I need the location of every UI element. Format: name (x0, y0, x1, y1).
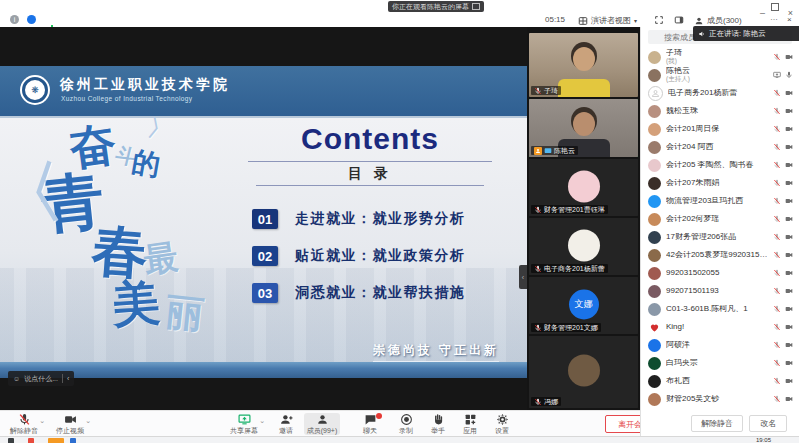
screen-icon[interactable] (773, 71, 781, 79)
mic-off-icon[interactable] (773, 161, 781, 169)
mic-off-icon[interactable] (773, 89, 781, 97)
mic-off-icon[interactable] (773, 53, 781, 61)
member-row[interactable]: 阿硕洋 (641, 336, 799, 354)
member-row[interactable]: 物流管理203旦玛扎西 (641, 192, 799, 210)
cam-icon[interactable] (785, 161, 793, 169)
cam-icon[interactable] (785, 269, 793, 277)
member-row[interactable]: 992031502055 (641, 264, 799, 282)
meeting-protect-icon[interactable] (27, 15, 36, 24)
chevron-up-icon[interactable]: ⌄ (259, 417, 265, 425)
member-row[interactable]: King! (641, 318, 799, 336)
collapse-pill-icon[interactable]: ‹ (67, 375, 69, 382)
member-row[interactable]: 白玛央宗 (641, 354, 799, 372)
mic-off-icon[interactable] (773, 287, 781, 295)
mic-off-icon[interactable] (773, 341, 781, 349)
video-tile[interactable]: 财务管理201曹钰琳 (529, 159, 638, 216)
side-panel-icon[interactable] (674, 15, 684, 25)
mic-off-icon[interactable] (773, 323, 781, 331)
cam-icon[interactable] (785, 323, 793, 331)
chevron-up-icon[interactable]: ⌄ (85, 417, 91, 425)
panel-unmute-button[interactable]: 解除静音 (691, 415, 743, 432)
maximize-button[interactable] (771, 3, 779, 11)
video-tile[interactable]: 子琦 (529, 33, 638, 97)
unpin-icon[interactable] (472, 3, 480, 10)
cam-icon[interactable] (785, 359, 793, 367)
cam-icon[interactable] (785, 305, 793, 313)
panel-more-button[interactable]: … (770, 13, 778, 22)
mic-off-icon[interactable] (773, 359, 781, 367)
member-row[interactable]: 会计207朱雨娟 (641, 174, 799, 192)
member-row[interactable]: 会计205 李陶然、陶书春 (641, 156, 799, 174)
cam-icon[interactable] (785, 395, 793, 403)
view-mode-selector[interactable]: 演讲者视图 ▾ (578, 15, 637, 26)
member-row[interactable]: 财管205吴文钞 (641, 390, 799, 408)
member-row[interactable]: 会计204 阿西 (641, 138, 799, 156)
taskbar-app-icon[interactable] (70, 438, 76, 443)
mic-off-icon[interactable] (773, 215, 781, 223)
mic-off-icon[interactable] (773, 143, 781, 151)
member-row[interactable]: 会计202何梦瑶 (641, 210, 799, 228)
mic-off-icon[interactable] (773, 377, 781, 385)
quick-chat-placeholder[interactable]: 说点什么... (24, 374, 58, 384)
toolbar-item[interactable]: 举手 (420, 413, 456, 435)
member-row[interactable]: C01-3-601B.陈柯凡、1 (641, 300, 799, 318)
toolbar-item[interactable]: 录制 (388, 413, 424, 435)
cam-icon[interactable] (785, 287, 793, 295)
emoji-icon[interactable]: ☺ (13, 375, 20, 382)
mic-off-icon[interactable] (773, 395, 781, 403)
meeting-info-icon[interactable]: i (10, 15, 19, 24)
member-row[interactable]: 布礼西 (641, 372, 799, 390)
cam-icon[interactable] (785, 107, 793, 115)
member-row[interactable]: 子琦 (我) (641, 48, 799, 66)
mic-off-icon[interactable] (773, 251, 781, 259)
cam-icon[interactable] (785, 143, 793, 151)
mic-off-icon[interactable] (773, 269, 781, 277)
members-count-header[interactable]: 成员(300) (694, 15, 742, 26)
video-tile[interactable]: 陈艳云 (529, 99, 638, 157)
cam-icon[interactable] (785, 251, 793, 259)
toolbar-item[interactable]: 邀请 (268, 413, 304, 435)
cam-icon[interactable] (785, 179, 793, 187)
quick-chat-pill[interactable]: ☺ 说点什么... ‹ (8, 371, 74, 386)
windows-taskbar[interactable]: 19:05 (0, 436, 799, 443)
fullscreen-icon[interactable] (654, 15, 664, 25)
taskbar-app-icon[interactable] (28, 438, 34, 443)
toolbar-item[interactable]: 共享屏幕 ⌄ (226, 413, 262, 435)
mic-off-icon[interactable] (773, 125, 781, 133)
cam-icon[interactable] (785, 215, 793, 223)
strip-collapse-handle[interactable]: ‹ (519, 265, 527, 289)
member-row[interactable]: 魏松玉珠 (641, 102, 799, 120)
toolbar-item[interactable]: 应用 (452, 413, 488, 435)
member-row[interactable]: 陈艳云 (主持人) (641, 66, 799, 84)
mic-off-icon[interactable] (773, 197, 781, 205)
panel-rename-button[interactable]: 改名 (749, 415, 787, 432)
toolbar-item[interactable]: 设置 (484, 413, 520, 435)
video-tile[interactable]: 电子商务201杨新蕾 (529, 218, 638, 275)
cam-icon[interactable] (785, 233, 793, 241)
member-row[interactable]: 17财务管理206张晶 (641, 228, 799, 246)
toolbar-item[interactable]: 成员(99+) (304, 413, 340, 435)
member-list[interactable]: 子琦 (我) 陈艳云 (主持人) 电子商务201杨新蕾 魏松玉珠 会计201周日… (641, 48, 799, 413)
member-row[interactable]: 电子商务201杨新蕾 (641, 84, 799, 102)
toolbar-item[interactable]: 停止视频 ⌄ (52, 413, 88, 435)
panel-close-button[interactable]: × (787, 15, 792, 24)
cam-icon[interactable] (785, 125, 793, 133)
mic-off-icon[interactable] (773, 179, 781, 187)
mic-icon[interactable] (785, 71, 793, 79)
mic-off-icon[interactable] (773, 233, 781, 241)
cam-icon[interactable] (785, 53, 793, 61)
cam-icon[interactable] (785, 89, 793, 97)
taskbar-app-icon[interactable] (8, 438, 14, 443)
cam-icon[interactable] (785, 377, 793, 385)
taskbar-app-icon[interactable] (48, 438, 64, 443)
cam-icon[interactable] (785, 341, 793, 349)
video-tile[interactable]: 冯娜 (529, 336, 638, 408)
member-row[interactable]: 992071501193 (641, 282, 799, 300)
cam-icon[interactable] (785, 197, 793, 205)
video-tile[interactable]: 文娜财务管理201文娜 (529, 277, 638, 334)
chevron-up-icon[interactable]: ⌄ (39, 417, 45, 425)
mic-off-icon[interactable] (773, 107, 781, 115)
member-row[interactable]: 42会计205袁梦瑶992031508186 (641, 246, 799, 264)
member-row[interactable]: 会计201周日保 (641, 120, 799, 138)
toolbar-item[interactable]: 聊天 (352, 413, 388, 435)
